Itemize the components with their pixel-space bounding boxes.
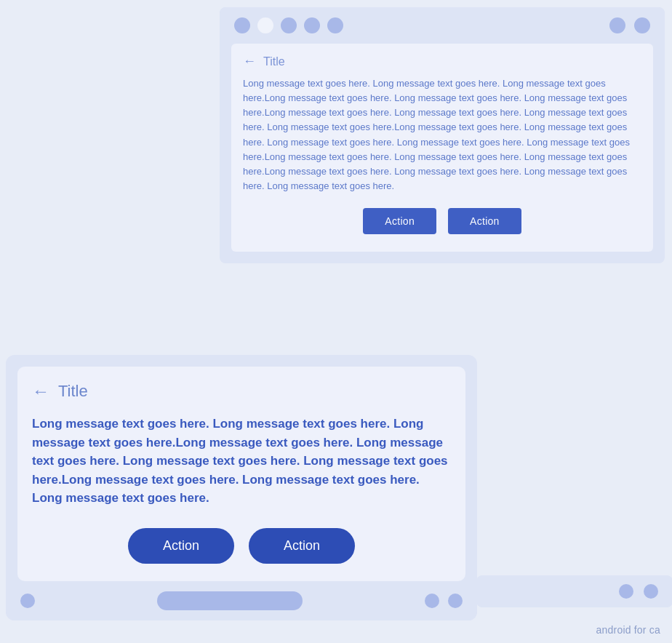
top-toolbar	[220, 7, 665, 44]
nav-dots-right	[425, 594, 463, 608]
top-message-text: Long message text goes here. Long messag…	[243, 76, 641, 193]
top-card-content: ← Title Long message text goes here. Lon…	[231, 44, 653, 252]
toolbar-dot-4	[304, 17, 320, 33]
right-mini-dot-2	[644, 584, 658, 599]
top-action-button-2[interactable]: Action	[448, 208, 521, 234]
bottom-action-button-1[interactable]: Action	[128, 528, 234, 564]
top-content-body: Long message text goes here. Long messag…	[231, 76, 653, 252]
nav-dot-right-2	[448, 594, 463, 608]
toolbar-dot-1	[234, 17, 250, 33]
nav-pill[interactable]	[157, 591, 303, 610]
back-arrow-icon[interactable]: ←	[243, 54, 256, 69]
nav-dot-left	[20, 594, 35, 608]
top-content-header: ← Title	[231, 44, 653, 76]
bottom-nav-bar	[6, 581, 477, 620]
bottom-action-row: Action Action	[32, 528, 451, 564]
toolbar-dot-3	[281, 17, 297, 33]
bottom-message-text: Long message text goes here. Long messag…	[32, 415, 451, 508]
bottom-back-arrow-icon[interactable]: ←	[32, 381, 49, 402]
toolbar-dot-2	[257, 17, 273, 33]
watermark-text: android for ca	[596, 624, 660, 636]
right-mini-dot-1	[619, 584, 633, 599]
toolbar-left-dots	[234, 17, 343, 33]
toolbar-dot-5	[327, 17, 343, 33]
toolbar-dot-right-2	[634, 17, 650, 33]
toolbar-dot-right-1	[609, 17, 625, 33]
bottom-card-header: ← Title	[32, 381, 451, 402]
right-mini-card	[476, 575, 672, 607]
nav-dot-right-1	[425, 594, 439, 608]
bottom-card-inner: ← Title Long message text goes here. Lon…	[17, 367, 465, 581]
bottom-action-button-2[interactable]: Action	[249, 528, 355, 564]
top-card-title: Title	[263, 55, 285, 68]
top-card: ← Title Long message text goes here. Lon…	[220, 7, 665, 263]
bottom-card-title: Title	[58, 382, 88, 401]
toolbar-right-dots	[609, 17, 650, 33]
top-action-row: Action Action	[243, 208, 641, 240]
top-action-button-1[interactable]: Action	[363, 208, 436, 234]
bottom-card: ← Title Long message text goes here. Lon…	[6, 355, 477, 620]
